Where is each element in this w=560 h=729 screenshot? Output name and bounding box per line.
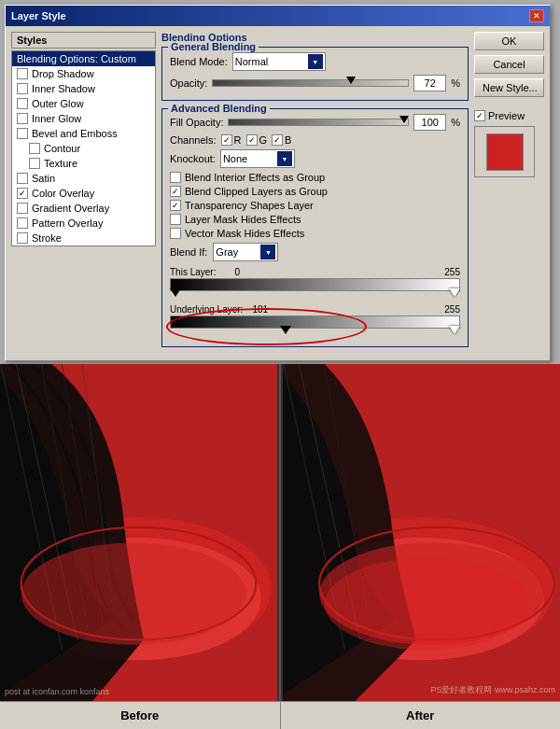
style-item-texture[interactable]: Texture [12,156,155,171]
style-item-color-overlay[interactable]: Color Overlay [12,186,155,201]
inner-shadow-checkbox[interactable] [17,83,28,94]
channel-g-label: G [259,134,268,146]
fill-opacity-row: Fill Opacity: 100 % [170,114,460,131]
transparency-shapes-checkbox[interactable] [170,200,181,211]
opacity-slider-track[interactable] [212,77,409,90]
channels-label: Channels: [170,134,217,146]
style-item-label: Drop Shadow [32,68,94,79]
style-item-label: Inner Shadow [32,83,95,94]
blend-mode-arrow-icon: ▼ [308,54,323,69]
layer-mask-checkbox[interactable] [170,214,181,225]
style-item-label: Outer Glow [32,98,84,109]
fill-opacity-value[interactable]: 100 [413,114,446,131]
dialog-body: Styles Blending Options: Custom Drop Sha… [6,26,550,360]
channel-g-checkbox[interactable] [246,134,258,146]
inner-glow-checkbox[interactable] [17,113,28,124]
pattern-overlay-checkbox[interactable] [17,217,28,229]
style-item-outer-glow[interactable]: Outer Glow [12,96,155,111]
dialog-titlebar: Layer Style ✕ [6,6,550,26]
buttons-column: OK Cancel New Style... Preview [474,32,544,355]
blend-clipped-label: Blend Clipped Layers as Group [185,186,328,197]
style-item-inner-shadow[interactable]: Inner Shadow [12,81,155,96]
blend-if-arrow-icon: ▼ [260,245,275,259]
layer-mask-label: Layer Mask Hides Effects [185,214,301,225]
drop-shadow-checkbox[interactable] [17,68,28,79]
preview-section: Preview [474,106,544,177]
gradient-overlay-checkbox[interactable] [17,203,28,214]
watermark-left: post at iconfan.com konfans [5,687,109,696]
texture-checkbox[interactable] [29,158,40,169]
blend-interior-checkbox[interactable] [170,172,181,183]
blend-clipped-checkbox[interactable] [170,186,181,197]
preview-checkbox-row: Preview [474,110,544,121]
knockout-label: Knockout: [170,153,216,164]
underlying-layer-slider-container [170,315,460,329]
preview-swatch [486,133,524,171]
style-item-pattern-overlay[interactable]: Pattern Overlay [12,216,155,231]
style-item-stroke[interactable]: Stroke [12,231,155,245]
channels-row: Channels: R G B [170,134,460,146]
fill-opacity-label: Fill Opacity: [170,117,223,128]
layer-style-dialog: Layer Style ✕ Styles Blending Options: C… [5,5,551,361]
opacity-value[interactable]: 72 [413,75,446,91]
options-panel: Blending Options General Blending Blend … [161,32,469,355]
cancel-button[interactable]: Cancel [474,55,544,74]
contour-checkbox[interactable] [29,143,40,154]
channel-g-item: G [246,134,268,146]
this-layer-max: 255 [444,267,460,277]
opacity-row: Opacity: 72 % [170,75,460,91]
vector-mask-label: Vector Mask Hides Effects [185,228,304,239]
bottom-images-section: Before After post at iconfan.com konfans… [0,364,560,729]
fill-opacity-percent: % [451,117,460,128]
underlying-layer-gradient-track[interactable] [170,315,460,329]
stroke-checkbox[interactable] [17,232,28,244]
style-item-gradient-overlay[interactable]: Gradient Overlay [12,201,155,216]
dialog-close-button[interactable]: ✕ [529,9,544,22]
style-item-drop-shadow[interactable]: Drop Shadow [12,66,155,81]
underlying-layer-min: 101 [252,304,268,315]
images-row [0,364,560,701]
bevel-emboss-checkbox[interactable] [17,128,28,139]
underlying-layer-label-row: Underlying Layer: 101 255 [170,304,460,315]
style-item-blending-options[interactable]: Blending Options: Custom [12,51,155,66]
style-item-label: Color Overlay [32,188,94,199]
this-layer-slider-container [170,278,460,291]
style-item-label: Bevel and Emboss [32,128,118,139]
this-layer-gradient-track[interactable] [170,278,460,291]
channel-r-checkbox[interactable] [221,134,232,146]
blend-interior-option: Blend Interior Effects as Group [170,172,460,183]
fill-opacity-slider-track[interactable] [228,116,409,129]
this-layer-left-thumb[interactable] [170,287,181,299]
blend-interior-label: Blend Interior Effects as Group [185,172,325,183]
this-layer-right-thumb[interactable] [449,287,460,299]
ok-button[interactable]: OK [474,32,544,50]
style-item-contour[interactable]: Contour [12,141,155,156]
style-item-bevel-emboss[interactable]: Bevel and Emboss [12,126,155,141]
blend-mode-value: Normal [235,56,306,67]
before-image-panel [0,364,277,701]
knockout-select[interactable]: None ▼ [220,149,295,168]
knockout-value: None [223,153,275,164]
style-item-satin[interactable]: Satin [12,171,155,186]
opacity-label: Opacity: [170,77,207,89]
underlying-layer-left-thumb[interactable] [280,325,291,336]
style-item-inner-glow[interactable]: Inner Glow [12,111,155,126]
blend-if-label: Blend If: [170,246,207,258]
underlying-layer-label: Underlying Layer: [170,304,243,315]
after-label: After [281,702,561,729]
blend-clipped-option: Blend Clipped Layers as Group [170,186,460,197]
style-item-label: Stroke [32,232,62,244]
channel-b-checkbox[interactable] [272,134,283,146]
preview-checkbox[interactable] [474,110,485,121]
before-label: Before [0,702,281,729]
blend-if-select[interactable]: Gray ▼ [213,243,278,261]
blend-mode-select[interactable]: Normal ▼ [232,52,326,71]
channel-b-item: B [272,134,291,146]
outer-glow-checkbox[interactable] [17,98,28,109]
underlying-layer-right-thumb[interactable] [449,325,460,336]
opacity-percent: % [451,77,460,89]
vector-mask-checkbox[interactable] [170,228,181,239]
color-overlay-checkbox[interactable] [17,188,28,199]
satin-checkbox[interactable] [17,173,28,184]
new-style-button[interactable]: New Style... [474,78,544,97]
